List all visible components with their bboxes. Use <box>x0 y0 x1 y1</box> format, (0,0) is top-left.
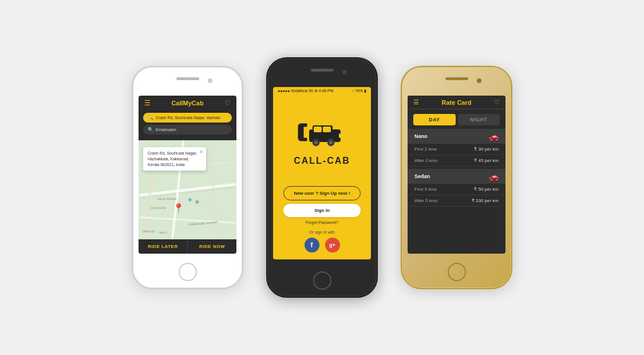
facebook-login-button[interactable]: f <box>305 238 319 253</box>
sedan-row-1: First 5 kms ₹ 50 per km <box>408 184 505 195</box>
phone-right: ☰ Rate Card ♡ DAY NIGHT Nano 🚗 First 2 k… <box>401 66 512 289</box>
nano-label-2: After 2 kms <box>414 158 437 163</box>
sedan-value-1: ₹ 50 per km <box>474 187 499 192</box>
destination-search-input[interactable]: 🔍 Ernamulam <box>143 125 232 135</box>
phone-speaker-center <box>311 69 334 72</box>
map-location-popup: ✕ Crash Rd, Souhruda Nagar, Vazhakkala, … <box>143 147 206 171</box>
origin-text: Crash Rd, Souhruda Nagar, Vazhaki <box>156 116 220 120</box>
svg-point-20 <box>314 141 318 144</box>
screen-login: ●●●●● Vodafone IN ⊕ 4:46 PM ↑ 76% ▮ <box>273 87 371 259</box>
favorite-icon[interactable]: ♡ <box>224 99 231 107</box>
svg-rect-17 <box>314 127 322 132</box>
origin-search-input[interactable]: 🔍 Crash Rd, Souhruda Nagar, Vazhaki <box>143 113 232 123</box>
brand-name: CALL-CAB <box>294 156 350 166</box>
svg-text:Colony Junction: Colony Junction <box>157 198 176 200</box>
tab-night[interactable]: NIGHT <box>458 114 500 125</box>
cab-logo-icon <box>297 121 348 152</box>
social-divider: Or sign In with <box>295 230 349 234</box>
social-login-area: f g+ <box>305 235 340 259</box>
app-title: CallMyCab <box>171 100 203 107</box>
svg-text:Others Rd: Others Rd <box>142 230 155 233</box>
destination-text: Ernamulam <box>156 128 176 132</box>
sedan-row-2: After 5 kms ₹ 200 per km <box>408 195 505 207</box>
phone-camera-center <box>342 70 347 74</box>
sedan-car-icon: 🚗 <box>489 172 499 181</box>
tab-day[interactable]: DAY <box>413 114 456 125</box>
svg-point-14 <box>195 200 199 204</box>
ratecard-header: ☰ Rate Card ♡ <box>408 96 505 109</box>
home-button-left[interactable] <box>179 263 197 281</box>
ratecard-menu-icon[interactable]: ☰ <box>413 98 419 106</box>
signup-button[interactable]: New user ? Sign Up now ! <box>283 186 361 200</box>
ratecard-favorite-icon[interactable]: ♡ <box>494 98 500 106</box>
phone-camera-left <box>208 78 212 83</box>
nano-value-2: ₹ 45 per km <box>474 158 499 163</box>
ratecard-content: Nano 🚗 First 2 kms ₹ 30 per km After 2 k… <box>408 125 505 254</box>
search-icon-origin: 🔍 <box>148 115 153 120</box>
nano-label-1: First 2 kms <box>414 147 437 152</box>
search-icon-dest: 🔍 <box>148 127 153 132</box>
svg-point-13 <box>188 198 192 202</box>
nano-car-icon: 🚗 <box>489 132 499 141</box>
menu-icon[interactable]: ☰ <box>144 99 151 107</box>
nano-row-1: First 2 kms ₹ 30 per km <box>408 144 505 155</box>
ratecard-tabs: DAY NIGHT <box>408 109 505 125</box>
map-location-pin: 📍 <box>173 203 184 214</box>
sedan-section-header: Sedan 🚗 <box>408 169 505 184</box>
google-login-button[interactable]: g+ <box>325 238 340 253</box>
home-button-right[interactable] <box>448 263 466 281</box>
screen-map: ☰ CallMyCab ♡ 🔍 Crash Rd, Souhruda Nagar… <box>139 96 236 254</box>
sedan-value-2: ₹ 200 per km <box>472 198 499 203</box>
svg-rect-18 <box>323 127 331 132</box>
sedan-section-title: Sedan <box>414 173 430 179</box>
screen-ratecard: ☰ Rate Card ♡ DAY NIGHT Nano 🚗 First 2 k… <box>408 96 505 254</box>
nano-value-1: ₹ 30 per km <box>474 147 499 152</box>
phone-speaker-left <box>176 77 199 80</box>
home-button-center[interactable] <box>313 271 331 290</box>
map-search-area: 🔍 Crash Rd, Souhruda Nagar, Vazhaki 🔍 Er… <box>139 111 236 140</box>
map-area: Padamuga Junction Colony Junction Civil … <box>139 140 236 239</box>
map-footer: RIDE LATER RIDE NOW <box>139 239 236 254</box>
forgot-password-button[interactable]: Forgot Password? <box>283 220 361 224</box>
ride-later-button[interactable]: RIDE LATER <box>139 239 188 254</box>
phone-left: ☰ CallMyCab ♡ 🔍 Crash Rd, Souhruda Nagar… <box>132 66 243 289</box>
popup-address-text: Crash Rd, Souhruda Nagar, Vazhakkala, Ka… <box>148 151 197 167</box>
sedan-label-1: First 5 kms <box>414 187 437 192</box>
sedan-label-2: After 5 kms <box>414 198 437 203</box>
map-header: ☰ CallMyCab ♡ <box>139 96 236 111</box>
svg-rect-23 <box>339 133 342 138</box>
carrier-text: ●●●●● Vodafone IN ⊕ 4:46 PM <box>278 89 334 93</box>
popup-close-button[interactable]: ✕ <box>199 149 203 155</box>
nano-section-title: Nano <box>414 133 428 139</box>
login-logo-area: CALL-CAB <box>294 95 350 186</box>
ratecard-title: Rate Card <box>419 99 494 106</box>
svg-text:Civil Line Rd: Civil Line Rd <box>151 207 166 210</box>
svg-text:Lane 3: Lane 3 <box>159 231 167 234</box>
phone-camera-right <box>477 78 481 83</box>
signin-button[interactable]: Sign In <box>283 204 361 217</box>
nano-section-header: Nano 🚗 <box>408 129 505 144</box>
phone-center: ●●●●● Vodafone IN ⊕ 4:46 PM ↑ 76% ▮ <box>266 57 378 298</box>
ride-now-button[interactable]: RIDE NOW <box>188 239 236 254</box>
status-bar: ●●●●● Vodafone IN ⊕ 4:46 PM ↑ 76% ▮ <box>273 87 371 95</box>
battery-status: ↑ 76% ▮ <box>352 89 366 93</box>
divider-label: Or sign In with <box>309 230 335 234</box>
nano-row-2: After 2 kms ₹ 45 per km <box>408 155 505 167</box>
login-buttons-area: New user ? Sign Up now ! Sign In Forgot … <box>273 186 371 229</box>
svg-point-22 <box>329 141 333 144</box>
phone-speaker-right <box>445 77 468 80</box>
